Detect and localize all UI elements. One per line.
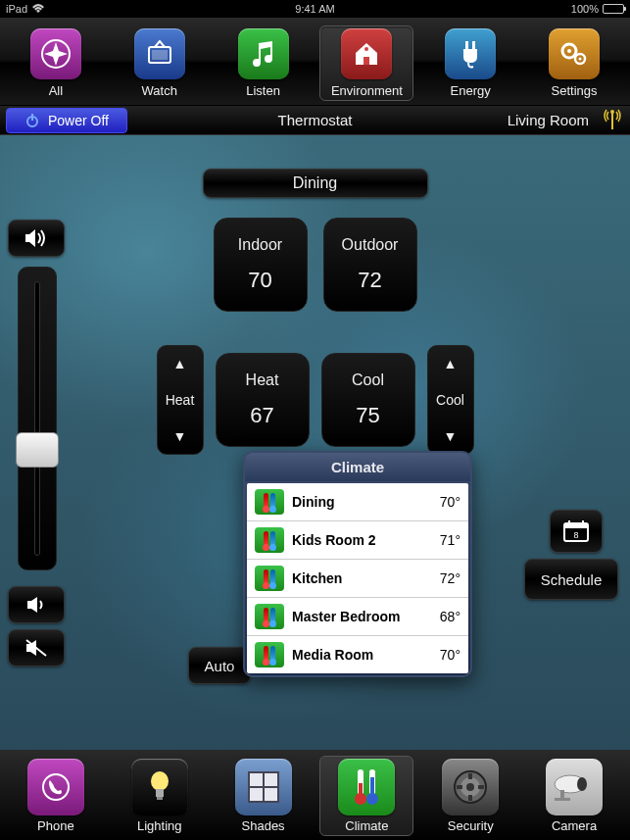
compass-icon [30, 28, 81, 79]
heat-label: Heat [246, 371, 279, 389]
status-bar: iPad 9:41 AM 100% [0, 0, 630, 18]
bottom-nav-climate[interactable]: Climate [319, 756, 413, 836]
zone-row-kids-room-2[interactable]: Kids Room 2 71° [247, 521, 468, 560]
zone-name: Dining [292, 494, 432, 510]
svg-rect-5 [465, 41, 468, 49]
heat-setpoint-box: Heat 67 [216, 353, 310, 447]
tv-icon [134, 28, 185, 79]
indoor-temp-box: Indoor 70 [214, 218, 308, 312]
volume-down-button[interactable] [8, 586, 65, 623]
nav-label: Lighting [137, 818, 182, 833]
svg-rect-16 [568, 520, 570, 525]
phone-icon [27, 759, 84, 815]
nav-label: Camera [552, 818, 597, 833]
popover-title: Climate [245, 453, 470, 481]
heat-stepper[interactable]: ▲ Heat ▼ [157, 345, 204, 455]
bottom-nav-lighting[interactable]: Lighting [113, 757, 207, 835]
nav-label: Shades [242, 818, 285, 833]
svg-rect-38 [478, 785, 484, 789]
thermometer-icon [338, 759, 395, 815]
bottom-nav: Phone Lighting Shades Climate Security C… [0, 750, 630, 840]
lightbulb-icon [131, 759, 188, 815]
outdoor-value: 72 [358, 268, 381, 293]
main-area: Dining Indoor 70 Outdoor 72 ▲ Heat ▼ Hea… [0, 135, 630, 750]
house-icon [341, 28, 392, 79]
svg-rect-28 [359, 783, 363, 799]
sub-bar: Power Off Thermostat Living Room [0, 106, 630, 135]
svg-rect-35 [468, 773, 472, 779]
thermometer-icon [255, 527, 284, 553]
nav-label: Phone [37, 818, 74, 833]
camera-icon [546, 759, 603, 815]
chevron-up-icon: ▲ [444, 356, 458, 371]
speaker-low-icon [25, 596, 47, 614]
device-label: iPad [6, 3, 27, 15]
zone-name: Media Room [292, 647, 432, 663]
calendar-button[interactable]: 8 [550, 510, 603, 553]
svg-rect-2 [152, 50, 168, 60]
zone-name: Kitchen [292, 570, 432, 586]
cool-label: Cool [352, 371, 384, 389]
cool-setpoint-box: Cool 75 [321, 353, 415, 447]
schedule-label: Schedule [541, 571, 603, 588]
room-selector[interactable]: Living Room [508, 112, 589, 128]
svg-point-20 [151, 771, 169, 791]
zone-row-media-room[interactable]: Media Room 70° [247, 636, 468, 673]
volume-slider-thumb[interactable] [16, 432, 59, 468]
volume-button[interactable] [8, 220, 65, 257]
svg-point-40 [577, 777, 587, 791]
nav-settings[interactable]: Settings [527, 26, 621, 100]
svg-rect-12 [31, 114, 33, 121]
bottom-nav-camera[interactable]: Camera [527, 757, 621, 835]
zone-name-label[interactable]: Dining [203, 169, 428, 198]
page-title: Thermostat [278, 112, 353, 128]
nav-listen[interactable]: Listen [217, 26, 311, 100]
chevron-down-icon: ▼ [444, 428, 458, 444]
mute-button[interactable] [8, 629, 65, 667]
gears-icon [549, 28, 600, 79]
svg-rect-15 [564, 523, 588, 528]
svg-rect-37 [457, 785, 462, 789]
nav-watch[interactable]: Watch [113, 26, 207, 100]
thermometer-icon [255, 642, 284, 667]
zone-name: Master Bedroom [292, 609, 432, 624]
battery-percent: 100% [571, 3, 599, 15]
svg-point-34 [466, 783, 474, 791]
nav-label: Security [448, 818, 494, 833]
svg-rect-36 [468, 795, 472, 801]
chevron-up-icon: ▲ [173, 356, 187, 371]
nav-all[interactable]: All [9, 26, 103, 100]
antenna-icon[interactable] [603, 108, 622, 129]
speaker-mute-icon [24, 639, 48, 657]
zone-name: Kids Room 2 [292, 532, 432, 548]
svg-point-3 [364, 47, 368, 51]
svg-point-10 [579, 58, 582, 61]
zone-row-dining[interactable]: Dining 70° [247, 483, 468, 521]
heat-stepper-label: Heat [166, 392, 195, 408]
bottom-nav-phone[interactable]: Phone [9, 757, 103, 835]
nav-environment[interactable]: Environment [319, 25, 413, 101]
popover-arrow-icon [346, 673, 369, 677]
volume-slider-track[interactable] [18, 267, 57, 570]
zone-row-master-bedroom[interactable]: Master Bedroom 68° [247, 598, 468, 636]
svg-rect-4 [363, 57, 369, 65]
power-off-button[interactable]: Power Off [6, 108, 127, 133]
climate-popover: Climate Dining 70° Kids Room 2 71° Kitch… [243, 451, 472, 677]
top-nav: All Watch Listen Environment Energy Sett… [0, 18, 630, 106]
power-label: Power Off [48, 113, 109, 128]
chevron-down-icon: ▼ [173, 428, 187, 444]
cool-stepper[interactable]: ▲ Cool ▼ [427, 345, 474, 455]
nav-label: Climate [345, 818, 388, 833]
indoor-value: 70 [248, 268, 271, 293]
bottom-nav-security[interactable]: Security [423, 757, 517, 835]
auto-button[interactable]: Auto [188, 647, 251, 684]
auto-label: Auto [205, 658, 235, 674]
nav-energy[interactable]: Energy [423, 26, 517, 100]
clock: 9:41 AM [295, 3, 334, 15]
battery-icon [603, 4, 624, 14]
zone-row-kitchen[interactable]: Kitchen 72° [247, 560, 468, 598]
bottom-nav-shades[interactable]: Shades [217, 757, 311, 835]
svg-point-8 [567, 49, 571, 53]
schedule-button[interactable]: Schedule [524, 559, 618, 600]
outdoor-label: Outdoor [342, 236, 399, 254]
